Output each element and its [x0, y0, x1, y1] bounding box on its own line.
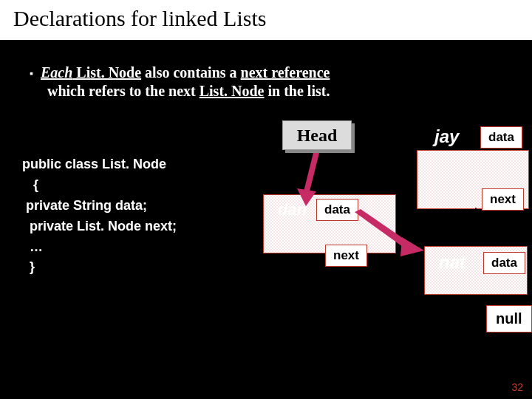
- slide-title: Declarations for linked Lists: [0, 0, 532, 40]
- node-dan-data-label: data: [316, 199, 358, 221]
- node-nat-value: nat: [439, 252, 466, 273]
- code-box: public class List. Node { private String…: [19, 150, 248, 282]
- bullet-text-1: Each List. Node also contains a next ref…: [41, 62, 330, 83]
- svg-marker-3: [400, 237, 424, 256]
- code-l1: public class List. Node: [22, 154, 245, 175]
- code-l5: …: [22, 237, 245, 258]
- bullet-line2-prefix: which refers to the next: [47, 83, 200, 99]
- bullet-line2-listnode: List. Node: [200, 83, 265, 99]
- bullet-1: ▪ Each List. Node also contains a next r…: [30, 62, 510, 83]
- node-jay-data-label: data: [480, 126, 522, 149]
- node-nat-data-label: data: [483, 252, 525, 274]
- node-dan-next-label: next: [325, 245, 367, 267]
- bullet-next-ref: next reference: [241, 64, 330, 81]
- node-jay-next-label: next: [482, 188, 524, 211]
- arrow-jay-to-nat: [472, 208, 480, 246]
- bullet-each: Each: [41, 64, 72, 81]
- content-area: ▪ Each List. Node also contains a next r…: [0, 40, 532, 364]
- svg-marker-0: [303, 153, 319, 194]
- diagram-area: public class List. Node { private String…: [30, 120, 510, 364]
- bullet-marker-icon: ▪: [30, 66, 33, 81]
- code-l4: private List. Node next;: [22, 216, 245, 237]
- node-dan-value: dan: [278, 200, 307, 219]
- bullet-mid: also contains a: [141, 64, 240, 81]
- page-number: 32: [511, 381, 523, 393]
- bullet-listnode: List. Node: [72, 64, 141, 81]
- code-l2: {: [22, 175, 245, 196]
- head-label: Head: [282, 120, 352, 150]
- code-l6: }: [22, 257, 245, 278]
- node-jay-value: jay: [434, 126, 459, 147]
- null-label: null: [486, 305, 532, 332]
- bullet-text-2: which refers to the next List. Node in t…: [47, 83, 510, 100]
- svg-marker-4: [472, 239, 480, 246]
- code-l3: private String data;: [22, 196, 245, 216]
- bullet-line2-suffix: in the list.: [265, 83, 330, 99]
